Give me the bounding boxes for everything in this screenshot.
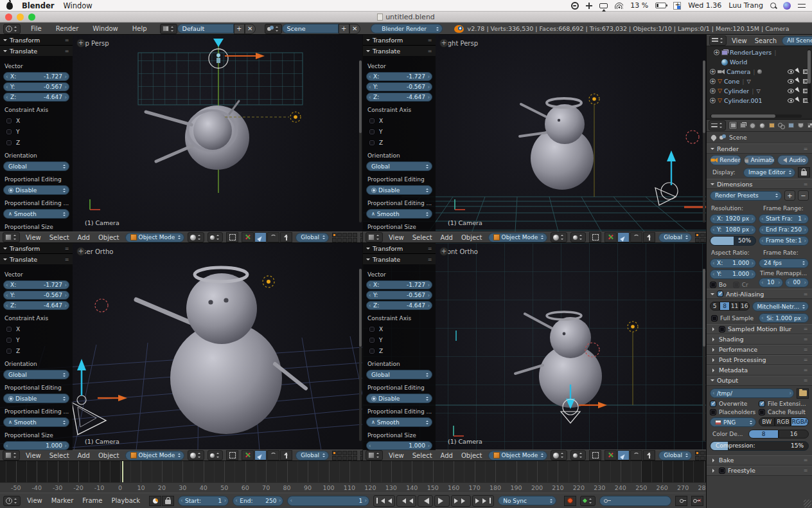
freestyle-checkbox[interactable] [719, 467, 725, 474]
eye-icon[interactable] [788, 89, 794, 93]
depth-8[interactable]: 8 [748, 430, 779, 439]
layers-grid[interactable] [695, 451, 707, 460]
active-keying-set-field[interactable] [599, 496, 671, 506]
viewport-shading-dropdown[interactable] [188, 450, 204, 460]
motion-blur-section-header[interactable]: Sampled Motion Blur= [707, 324, 812, 334]
window-menu-blender[interactable]: Window [90, 25, 120, 32]
object-menu[interactable]: Object [96, 234, 122, 241]
outliner-display-dropdown[interactable]: All Scenes [782, 36, 812, 46]
performance-section-header[interactable]: Performance= [707, 345, 812, 355]
outliner-editor-type-button[interactable] [709, 35, 727, 46]
end-frame-field[interactable]: End:250 [233, 496, 283, 506]
sync-dropdown[interactable]: No Sync [498, 496, 556, 505]
motion-blur-checkbox[interactable] [719, 326, 725, 332]
end-frame-field[interactable]: End Fra:250 [759, 225, 809, 235]
apple-menu[interactable] [6, 2, 13, 10]
constraint-z-checkbox[interactable]: Z [369, 140, 430, 146]
jump-to-start-button[interactable] [373, 495, 395, 507]
mode-dropdown[interactable]: Object Mode [488, 451, 548, 460]
scene-browse-button[interactable] [265, 24, 282, 34]
editor-type-button[interactable] [3, 232, 20, 242]
render-menu[interactable]: Render [53, 25, 82, 32]
eye-icon[interactable] [788, 69, 794, 74]
compression-slider[interactable]: Compression: 15% [710, 441, 809, 451]
resolution-scale-slider[interactable]: 50% [710, 236, 756, 246]
menubar-clock[interactable]: Wed 1.36 [688, 1, 721, 10]
select-menu[interactable]: Select [47, 452, 72, 459]
siri-icon[interactable] [783, 2, 791, 10]
constraint-z-checkbox[interactable]: Z [6, 140, 67, 146]
aa-samples-8[interactable]: 8 [719, 302, 729, 311]
constraint-z-checkbox[interactable]: Z [369, 348, 430, 354]
translate-manipulator-button[interactable] [242, 450, 254, 460]
display-dropdown[interactable]: Image Editor [743, 168, 795, 177]
help-menu[interactable]: Help [130, 25, 150, 32]
scale-manipulator-button[interactable] [280, 232, 292, 242]
freestyle-section-header[interactable]: Freestyle= [707, 466, 812, 476]
channels-rgba[interactable]: RGBA [791, 417, 809, 426]
editor-type-button[interactable] [3, 450, 20, 460]
channels-bw[interactable]: BW [759, 417, 775, 426]
crop-checkbox[interactable]: Cr [733, 282, 748, 288]
transform-orientation-dropdown[interactable]: Global [296, 233, 329, 242]
delete-layout-button[interactable]: ✕ [245, 24, 256, 34]
select-menu[interactable]: Select [47, 234, 72, 241]
info-editor-button[interactable]: i [3, 24, 21, 34]
play-button[interactable] [434, 495, 450, 507]
manipulator-toggle[interactable] [589, 450, 601, 460]
scale-manipulator-button[interactable] [643, 450, 655, 460]
start-frame-field[interactable]: Start:1 [178, 496, 229, 506]
outliner-row-renderlayers[interactable]: +RenderLayers| [709, 48, 810, 57]
orientation-dropdown[interactable]: Global [366, 161, 432, 171]
remap-old-field[interactable]: 10 [759, 278, 782, 287]
constraint-x-checkbox[interactable]: X [369, 326, 430, 332]
outliner-row-world[interactable]: World [709, 57, 810, 67]
render-animation-button[interactable]: Animatio [744, 155, 775, 165]
timeline-frame-menu[interactable]: Frame [80, 497, 105, 504]
scale-manipulator-button[interactable] [280, 450, 292, 460]
shelf-scrollbar[interactable] [359, 269, 362, 441]
tab-scene[interactable] [748, 121, 757, 130]
constraint-x-checkbox[interactable]: X [369, 118, 430, 124]
render-section-header[interactable]: Render= [707, 143, 812, 154]
translate-arrow-button[interactable] [617, 232, 630, 242]
aspect-y-field[interactable]: Y:1.000 [710, 269, 756, 279]
outliner-row-cone[interactable]: +▽Cone|▽ [709, 77, 810, 86]
rotate-manipulator-button[interactable] [630, 232, 642, 242]
shelf-scrollbar[interactable] [703, 269, 705, 441]
tab-render-layers[interactable] [738, 121, 747, 130]
cache-result-checkbox[interactable]: Cache Result [759, 409, 809, 415]
prev-keyframe-button[interactable] [396, 495, 416, 507]
shelf-scrollbar[interactable] [359, 60, 362, 222]
viewport-shading-dropdown[interactable] [551, 232, 567, 242]
antialiasing-section-header[interactable]: Anti-Aliasing= [707, 289, 812, 299]
wifi-icon[interactable] [615, 3, 623, 9]
aa-samples-5[interactable]: 5 [710, 302, 719, 311]
filter-size-field[interactable]: Si: 1.000 px [759, 313, 809, 323]
render-engine-dropdown[interactable]: Blender Render [371, 24, 443, 33]
rotate-manipulator-button[interactable] [267, 232, 279, 242]
viewport-right[interactable]: Right Persp (1) Camera Transform= Transl… [363, 35, 707, 231]
depth-16[interactable]: 16 [779, 430, 809, 439]
manipulator-toggle[interactable] [226, 450, 238, 460]
view-menu[interactable]: View [23, 234, 44, 241]
aa-samples-16[interactable]: 16 [739, 302, 749, 311]
orientation-dropdown[interactable]: Global [3, 161, 69, 171]
view-menu[interactable]: View [23, 452, 44, 459]
battery-icon[interactable] [655, 3, 666, 8]
add-menu[interactable]: Add [75, 452, 93, 459]
manipulator-toggle[interactable] [226, 232, 238, 242]
constraint-x-checkbox[interactable]: X [6, 326, 67, 332]
post-processing-section-header[interactable]: Post Processing= [707, 355, 812, 365]
spotlight-icon[interactable] [770, 3, 776, 8]
resolution-x-field[interactable]: X:1920 px [710, 214, 756, 224]
open-properties-shelf-button[interactable]: + [439, 39, 448, 48]
orientation-dropdown[interactable]: Global [3, 370, 69, 379]
play-reverse-button[interactable] [418, 495, 433, 507]
open-properties-shelf-button[interactable]: + [76, 247, 85, 256]
aspect-x-field[interactable]: X:1.000 [710, 259, 756, 268]
user-menu[interactable]: Luu Trang [728, 1, 763, 10]
cursor-icon[interactable] [795, 87, 802, 95]
cursor-icon[interactable] [795, 77, 802, 85]
translate-y-field[interactable]: Y:-0.567 [366, 291, 432, 300]
